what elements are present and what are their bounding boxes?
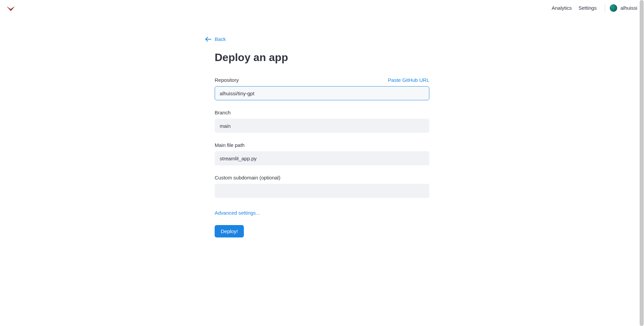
nav-analytics[interactable]: Analytics [548,2,575,13]
repository-input[interactable] [215,86,429,100]
arrow-left-icon [205,37,211,42]
back-link[interactable]: Back [205,36,226,42]
subdomain-label: Custom subdomain (optional) [215,175,280,180]
main-file-label: Main file path [215,142,245,148]
paste-github-url-link[interactable]: Paste GitHub URL [388,77,429,83]
deploy-button[interactable]: Deploy! [215,225,244,237]
user-menu[interactable]: alhuissi [610,4,637,12]
page-title: Deploy an app [215,51,429,64]
repository-group: Repository Paste GitHub URL [215,77,429,100]
username: alhuissi [621,5,637,11]
main-file-input[interactable] [215,151,429,165]
advanced-settings-link[interactable]: Advanced settings... [215,210,260,216]
top-bar: Analytics Settings alhuissi [0,0,644,16]
branch-label: Branch [215,110,231,115]
topbar-right: Analytics Settings alhuissi [548,2,637,13]
subdomain-group: Custom subdomain (optional) [215,175,429,198]
logo[interactable] [7,5,15,11]
repository-label: Repository [215,77,239,83]
scrollbar-thumb[interactable] [640,0,644,251]
streamlit-logo-icon [7,5,15,11]
scrollbar[interactable] [639,0,644,251]
subdomain-input[interactable] [215,184,429,198]
avatar [610,4,617,12]
nav-divider [605,4,605,12]
branch-group: Branch [215,110,429,133]
main-content: Back Deploy an app Repository Paste GitH… [201,16,443,251]
main-file-group: Main file path [215,142,429,165]
nav-settings[interactable]: Settings [575,2,600,13]
back-label: Back [215,36,226,42]
branch-input[interactable] [215,119,429,133]
